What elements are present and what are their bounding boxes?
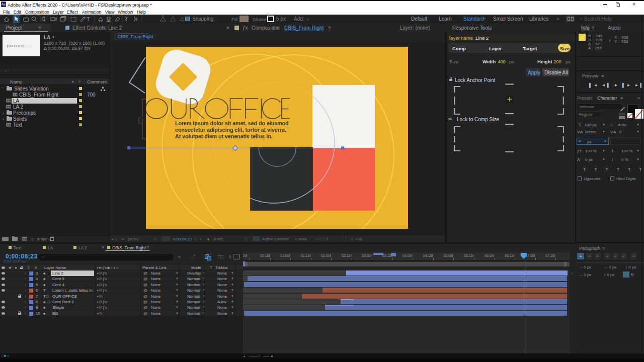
svg-text:T: T: [87, 16, 90, 22]
svg-text:At volutpat diam ut venenatis: At volutpat diam ut venenatis tellus in.: [175, 133, 273, 139]
svg-text:Lorem ipsum dolor sit amet, se: Lorem ipsum dolor sit amet, sed do eiusm…: [175, 120, 288, 126]
svg-text:consectetur adipiscing elit, t: consectetur adipiscing elit, tortor at v…: [175, 127, 286, 133]
